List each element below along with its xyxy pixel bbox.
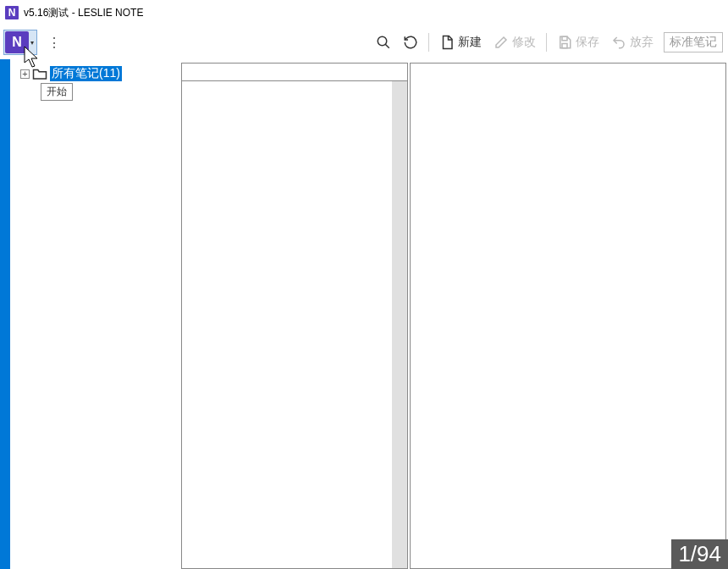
note-type-field[interactable]: 标准笔记 [664,32,723,52]
start-menu-button[interactable]: N ▾ [3,30,37,55]
page-indicator: 1/94 [671,539,728,569]
edit-button[interactable]: 修改 [488,31,541,53]
editor-pane[interactable] [410,63,726,569]
refresh-button[interactable] [398,31,423,53]
edit-icon [494,35,509,50]
chevron-down-icon: ▾ [29,39,36,47]
separator [428,33,429,52]
title-bar: N v5.16测试 - LESLIE NOTE [0,0,728,25]
toolbar: N ▾ ⋮ 新建 修改 保存 放弃 标准笔记 [0,25,728,59]
separator [546,33,547,52]
tree-root-label: 所有笔记(11) [50,66,122,81]
document-icon [439,35,455,50]
new-button[interactable]: 新建 [434,31,487,53]
svg-line-1 [385,44,389,48]
expand-icon[interactable]: + [20,69,30,79]
save-button[interactable]: 保存 [552,31,604,53]
note-type-label: 标准笔记 [670,35,717,48]
undo-icon [611,35,626,50]
discard-label: 放弃 [630,35,654,50]
content-area: + 所有笔记(11) 开始 [0,59,728,569]
refresh-icon [403,35,418,50]
more-icon[interactable]: ⋮ [41,35,61,51]
window-title: v5.16测试 - LESLIE NOTE [24,6,143,20]
note-list-pane [181,59,410,569]
svg-point-0 [378,36,387,46]
discard-button[interactable]: 放弃 [606,31,659,53]
app-small-icon: N [5,6,19,19]
scrollbar[interactable] [392,81,407,568]
folder-tree[interactable]: + 所有笔记(11) 开始 [10,59,179,569]
filter-input[interactable] [181,63,408,81]
search-button[interactable] [371,31,396,53]
svg-rect-3 [562,44,567,48]
app-logo-icon: N [5,31,29,53]
note-list[interactable] [181,81,408,569]
tree-root-row[interactable]: + 所有笔记(11) [10,66,179,81]
folder-icon [32,67,47,80]
save-icon [557,35,572,50]
tooltip: 开始 [41,83,73,101]
left-margin [0,59,10,569]
svg-rect-2 [562,36,567,41]
search-icon [376,35,391,50]
save-label: 保存 [576,35,599,50]
new-label: 新建 [458,35,482,50]
edit-label: 修改 [512,35,536,50]
